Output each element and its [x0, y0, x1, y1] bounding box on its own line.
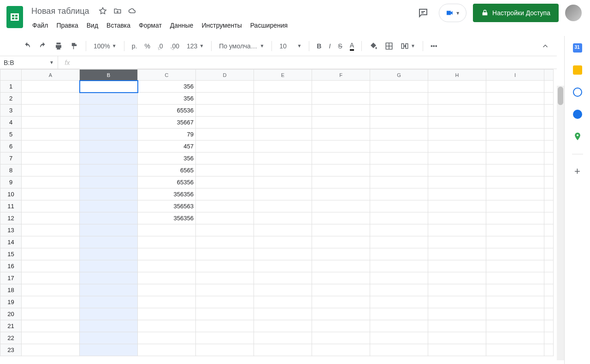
- menu-edit[interactable]: Правка: [53, 20, 82, 31]
- cell-H21[interactable]: [428, 320, 486, 332]
- comments-icon[interactable]: [414, 4, 432, 22]
- cell-C23[interactable]: [138, 344, 196, 356]
- cell-A11[interactable]: [22, 200, 80, 212]
- cell-I14[interactable]: [486, 236, 544, 248]
- cell-H7[interactable]: [428, 153, 486, 164]
- cell-I7[interactable]: [486, 153, 544, 164]
- row-header[interactable]: 2: [0, 93, 22, 105]
- bold-button[interactable]: B: [314, 41, 324, 52]
- col-header-F[interactable]: F: [312, 70, 370, 81]
- cell-G1[interactable]: [370, 81, 428, 93]
- cell-H1[interactable]: [428, 81, 486, 93]
- cell-F2[interactable]: [312, 93, 370, 105]
- cell-F6[interactable]: [312, 141, 370, 153]
- cell-G12[interactable]: [370, 212, 428, 224]
- cell-F10[interactable]: [312, 188, 370, 200]
- undo-button[interactable]: [20, 40, 34, 52]
- cell-A13[interactable]: [22, 224, 80, 236]
- cell-G18[interactable]: [370, 284, 428, 296]
- row-header[interactable]: 16: [0, 260, 22, 272]
- cell-H18[interactable]: [428, 284, 486, 296]
- font-size-select[interactable]: 10▼: [277, 41, 304, 52]
- cell-B7[interactable]: [80, 153, 138, 164]
- cell-C7[interactable]: 356: [138, 153, 196, 164]
- cell-A3[interactable]: [22, 105, 80, 117]
- cell-G7[interactable]: [370, 153, 428, 164]
- cell-D18[interactable]: [196, 284, 254, 296]
- cell-B3[interactable]: [80, 105, 138, 117]
- strike-button[interactable]: S: [335, 41, 345, 52]
- cell-C6[interactable]: 457: [138, 141, 196, 153]
- cell-F14[interactable]: [312, 236, 370, 248]
- cell-A20[interactable]: [22, 308, 80, 320]
- cell-A4[interactable]: [22, 117, 80, 129]
- keep-icon[interactable]: [573, 65, 582, 75]
- cell-B11[interactable]: [80, 200, 138, 212]
- cell-C2[interactable]: 356: [138, 93, 196, 105]
- cell-H14[interactable]: [428, 236, 486, 248]
- cell-H23[interactable]: [428, 344, 486, 356]
- cell-I3[interactable]: [486, 105, 544, 117]
- number-format-button[interactable]: 123▼: [184, 41, 206, 52]
- row-header[interactable]: 9: [0, 176, 22, 188]
- row-header[interactable]: 1: [0, 81, 22, 93]
- cell-C1[interactable]: 356: [138, 81, 196, 93]
- cell-E13[interactable]: [254, 224, 312, 236]
- cell-C22[interactable]: [138, 332, 196, 344]
- menu-insert[interactable]: Вставка: [103, 20, 134, 31]
- cell-G16[interactable]: [370, 260, 428, 272]
- cell-G15[interactable]: [370, 248, 428, 260]
- cell-G22[interactable]: [370, 332, 428, 344]
- cell-H22[interactable]: [428, 332, 486, 344]
- user-avatar[interactable]: [565, 5, 582, 21]
- cell-G4[interactable]: [370, 117, 428, 129]
- spreadsheet-grid[interactable]: ABCDEFGHI1356235636553643566757964577356…: [0, 69, 557, 364]
- cell-I11[interactable]: [486, 200, 544, 212]
- menu-extensions[interactable]: Расширения: [247, 20, 291, 31]
- cell-I1[interactable]: [486, 81, 544, 93]
- cell-E7[interactable]: [254, 153, 312, 164]
- cell-A18[interactable]: [22, 284, 80, 296]
- cell-H16[interactable]: [428, 260, 486, 272]
- cell-A12[interactable]: [22, 212, 80, 224]
- cell-D6[interactable]: [196, 141, 254, 153]
- cell-H10[interactable]: [428, 188, 486, 200]
- cell-H9[interactable]: [428, 176, 486, 188]
- cell-D9[interactable]: [196, 176, 254, 188]
- cell-F4[interactable]: [312, 117, 370, 129]
- cell-F21[interactable]: [312, 320, 370, 332]
- formula-input[interactable]: [77, 56, 557, 69]
- cell-A21[interactable]: [22, 320, 80, 332]
- cell-A17[interactable]: [22, 272, 80, 284]
- cell-F1[interactable]: [312, 81, 370, 93]
- cell-G5[interactable]: [370, 129, 428, 141]
- menu-format[interactable]: Формат: [135, 20, 165, 31]
- cell-C21[interactable]: [138, 320, 196, 332]
- row-header[interactable]: 23: [0, 344, 22, 356]
- cell-B9[interactable]: [80, 176, 138, 188]
- cell-D4[interactable]: [196, 117, 254, 129]
- vertical-scrollbar[interactable]: [557, 86, 564, 360]
- cloud-icon[interactable]: [128, 7, 136, 15]
- cell-I12[interactable]: [486, 212, 544, 224]
- cell-B18[interactable]: [80, 284, 138, 296]
- cell-I2[interactable]: [486, 93, 544, 105]
- cell-C18[interactable]: [138, 284, 196, 296]
- cell-A9[interactable]: [22, 176, 80, 188]
- cell-C5[interactable]: 79: [138, 129, 196, 141]
- menu-file[interactable]: Файл: [29, 20, 52, 31]
- col-header-B[interactable]: B: [80, 70, 138, 81]
- cell-D1[interactable]: [196, 81, 254, 93]
- cell-H11[interactable]: [428, 200, 486, 212]
- cell-B4[interactable]: [80, 117, 138, 129]
- cell-E17[interactable]: [254, 272, 312, 284]
- app-logo[interactable]: [5, 4, 25, 30]
- cell-G10[interactable]: [370, 188, 428, 200]
- cell-E19[interactable]: [254, 296, 312, 308]
- col-header-A[interactable]: A: [22, 70, 80, 81]
- cell-F22[interactable]: [312, 332, 370, 344]
- calendar-icon[interactable]: 31: [573, 43, 582, 53]
- cell-F5[interactable]: [312, 129, 370, 141]
- more-button[interactable]: •••: [428, 41, 440, 52]
- cell-B21[interactable]: [80, 320, 138, 332]
